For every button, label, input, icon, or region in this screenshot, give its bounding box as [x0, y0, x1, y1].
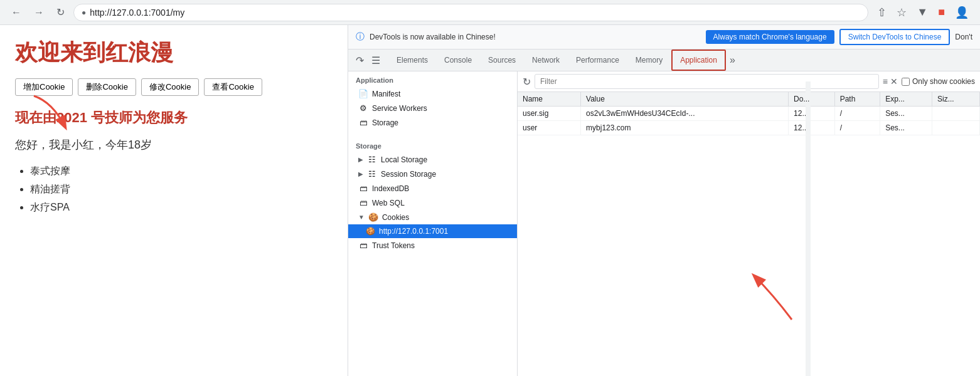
forward-button[interactable]: →: [30, 4, 48, 21]
expand-icon: ▶: [358, 156, 363, 163]
only-show-cookies-container: Only show cookies: [902, 77, 975, 86]
web-sql-item[interactable]: 🗃 Web SQL: [348, 196, 517, 210]
tab-memory[interactable]: Memory: [628, 50, 670, 71]
session-storage-icon: ☷: [367, 169, 377, 179]
toolbar-actions: ⇧ ☆ ▼ ■ 👤: [873, 3, 972, 22]
only-show-cookies-label: Only show cookies: [912, 77, 975, 86]
tab-icons: ↷ ☰: [353, 53, 383, 68]
expand-icon: ▶: [358, 170, 363, 177]
local-storage-icon: ☷: [367, 155, 377, 164]
table-body: user.sigos2vL3wEmWHdesU34CEcId-...12.../…: [518, 107, 980, 135]
tab-network[interactable]: Network: [525, 50, 567, 71]
local-storage-item[interactable]: ▶ ☷ Local Storage: [348, 152, 517, 167]
indexeddb-item[interactable]: 🗃 IndexedDB: [348, 181, 517, 196]
devtools-body: Application 📄 Manifest ⚙ Service Workers…: [348, 71, 980, 376]
list-item: 水疗SPA: [30, 199, 333, 217]
filter-icons: ≡ ✕: [883, 76, 898, 86]
cell-size: [932, 121, 980, 135]
cookies-main-panel: ↻ ≡ ✕ Only show cookies: [518, 71, 980, 376]
service-workers-label: Service Workers: [372, 104, 427, 113]
trust-tokens-item[interactable]: 🗃 Trust Tokens: [348, 238, 517, 253]
col-name: Name: [518, 92, 581, 107]
share-button[interactable]: ⇧: [873, 3, 890, 22]
trust-tokens-icon: 🗃: [358, 241, 368, 250]
cookies-label: Cookies: [382, 213, 409, 222]
col-expires: Exp...: [880, 92, 932, 107]
tab-sources[interactable]: Sources: [481, 50, 523, 71]
cell-expires: Ses...: [880, 107, 932, 121]
cookie-buttons-section: 增加Cookie 删除Cookie 修改Cookie 查看Cookie: [15, 78, 333, 96]
web-sql-icon: 🗃: [358, 198, 368, 207]
greeting-text: 您好，我是小红，今年18岁: [15, 137, 333, 152]
web-sql-label: Web SQL: [372, 199, 405, 207]
modify-cookie-button[interactable]: 修改Cookie: [141, 78, 199, 96]
cookies-item[interactable]: ▼ 🍪 Cookies: [348, 210, 517, 224]
tab-console[interactable]: Console: [437, 50, 479, 71]
cookies-table: Name Value Do... Path Exp... Siz... user…: [518, 92, 980, 135]
only-show-cookies-checkbox[interactable]: [902, 78, 910, 86]
cell-domain: 12...: [789, 121, 835, 135]
info-icon: ⓘ: [356, 31, 365, 43]
url-text: http://127.0.0.1:7001/my: [90, 8, 184, 18]
back-button[interactable]: ←: [8, 4, 25, 21]
service-list: 泰式按摩 精油搓背 水疗SPA: [15, 162, 333, 216]
always-match-button[interactable]: Always match Chrome's language: [706, 30, 834, 44]
cell-domain: 12...: [789, 107, 835, 121]
filter-input[interactable]: [535, 74, 879, 89]
profile-button[interactable]: ■: [934, 3, 949, 22]
info-message: DevTools is now available in Chinese!: [370, 33, 701, 41]
reload-button[interactable]: ↻: [53, 4, 68, 21]
cookies-icon: 🍪: [368, 212, 378, 222]
bookmark-button[interactable]: ☆: [893, 3, 910, 22]
tab-performance[interactable]: Performance: [568, 50, 627, 71]
lock-icon: ●: [82, 8, 86, 17]
cell-size: [932, 107, 980, 121]
clear-filter-button[interactable]: ✕: [890, 76, 898, 86]
app-tree-panel: Application 📄 Manifest ⚙ Service Workers…: [348, 71, 518, 376]
service-workers-item[interactable]: ⚙ Service Workers: [348, 101, 517, 115]
storage-section-label: Storage: [348, 137, 517, 152]
col-size: Siz...: [932, 92, 980, 107]
cell-path: /: [834, 121, 880, 135]
device-icon[interactable]: ☰: [369, 53, 383, 68]
cell-path: /: [834, 107, 880, 121]
list-item: 泰式按摩: [30, 162, 333, 180]
indexeddb-label: IndexedDB: [372, 184, 409, 193]
user-avatar-button[interactable]: 👤: [951, 3, 972, 22]
extension-button[interactable]: ▼: [913, 3, 932, 22]
table-header: Name Value Do... Path Exp... Siz...: [518, 92, 980, 107]
devtools-info-bar: ⓘ DevTools is now available in Chinese! …: [348, 25, 980, 50]
view-cookie-button[interactable]: 查看Cookie: [204, 78, 262, 96]
storage-item[interactable]: 🗃 Storage: [348, 115, 517, 130]
cell-value: mybj123.com: [581, 121, 789, 135]
table-row[interactable]: user.sigos2vL3wEmWHdesU34CEcId-...12.../…: [518, 107, 980, 121]
add-cookie-button[interactable]: 增加Cookie: [15, 78, 73, 96]
manifest-icon: 📄: [358, 89, 368, 98]
indexeddb-icon: 🗃: [358, 184, 368, 193]
tab-application[interactable]: Application: [671, 50, 726, 71]
devtools-tab-bar: ↷ ☰ Elements Console Sources Network Per…: [348, 50, 980, 71]
cookies-toolbar: ↻ ≡ ✕ Only show cookies: [518, 71, 980, 92]
table-row[interactable]: usermybj123.com12.../Ses...: [518, 121, 980, 135]
delete-cookie-button[interactable]: 删除Cookie: [78, 78, 136, 96]
page-content: 欢迎来到红浪漫 增加Cookie 删除Cookie 修改Cookie 查看Coo…: [0, 25, 348, 376]
col-value: Value: [581, 92, 789, 107]
session-storage-label: Session Storage: [381, 170, 436, 179]
col-domain: Do...: [789, 92, 835, 107]
dont-button[interactable]: Don't: [955, 33, 972, 41]
storage-label: Storage: [372, 118, 398, 127]
filter-options-button[interactable]: ≡: [883, 76, 888, 86]
manifest-label: Manifest: [372, 90, 400, 98]
switch-chinese-button[interactable]: Switch DevTools to Chinese: [839, 29, 951, 45]
manifest-item[interactable]: 📄 Manifest: [348, 86, 517, 101]
cursor-icon[interactable]: ↷: [353, 53, 366, 68]
cookies-url-item[interactable]: 🍪 http://127.0.0.1:7001: [348, 224, 517, 238]
session-storage-item[interactable]: ▶ ☷ Session Storage: [348, 167, 517, 181]
more-tabs-button[interactable]: »: [730, 55, 735, 66]
main-area: 欢迎来到红浪漫 增加Cookie 删除Cookie 修改Cookie 查看Coo…: [0, 25, 980, 376]
trust-tokens-label: Trust Tokens: [372, 241, 415, 250]
tab-elements[interactable]: Elements: [389, 50, 435, 71]
devtools-panel: ⓘ DevTools is now available in Chinese! …: [348, 25, 980, 376]
refresh-cookies-button[interactable]: ↻: [523, 76, 531, 88]
cell-expires: Ses...: [880, 121, 932, 135]
